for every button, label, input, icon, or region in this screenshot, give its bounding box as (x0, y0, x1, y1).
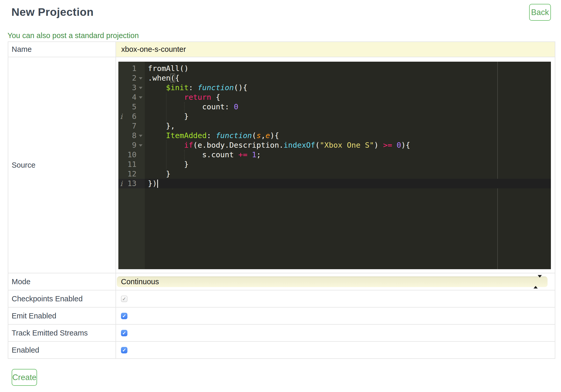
chevron-down-icon (538, 275, 542, 286)
mode-selected-value: Continuous (121, 277, 159, 286)
line-number: 10 (127, 150, 136, 159)
emit-enabled-checkbox[interactable]: ✓ (121, 313, 127, 319)
line-number: 13 (127, 179, 136, 188)
line-number: 11 (127, 160, 136, 169)
line-number: 7 (132, 122, 136, 130)
emit-value-cell: ✓ (116, 308, 555, 324)
checkpoints-label: Checkpoints Enabled (8, 290, 116, 307)
line-number: 9 (132, 141, 136, 149)
gutter-line-10: 10 (118, 150, 145, 160)
line-number: 12 (127, 169, 136, 178)
info-annotation-icon: i (120, 112, 123, 121)
gutter-line-1: 1 (118, 64, 145, 73)
fold-arrow-icon[interactable] (139, 77, 142, 80)
select-stepper-icon (534, 277, 542, 286)
gutter-line-3: 3 (118, 83, 145, 92)
track-label: Track Emitted Streams (8, 325, 116, 341)
mode-label: Mode (8, 273, 116, 290)
mode-select[interactable]: Continuous (117, 276, 548, 287)
enabled-label: Enabled (8, 342, 116, 358)
track-emitted-streams-checkbox[interactable]: ✓ (121, 330, 127, 336)
back-button[interactable]: Back (529, 4, 551, 21)
code-line-9: if(e.body.Description.indexOf("Xbox One … (145, 140, 551, 150)
code-line-7: }, (145, 121, 551, 131)
fold-arrow-icon[interactable] (139, 87, 142, 89)
code-line-12: } (145, 169, 551, 179)
enabled-row: Enabled ✓ (8, 341, 555, 358)
emit-row: Emit Enabled ✓ (8, 307, 555, 324)
line-number: 6 (132, 112, 136, 121)
code-line-11: } (145, 160, 551, 169)
source-code-editor[interactable]: 12345i6789101112i13 fromAll().when({ $in… (118, 62, 551, 269)
code-line-6: } (145, 112, 551, 121)
name-row: Name xbox-one-s-counter (8, 42, 555, 57)
mode-value-cell: Continuous (116, 273, 555, 290)
source-label: Source (8, 57, 116, 273)
name-value-cell: xbox-one-s-counter (116, 42, 555, 57)
gutter-line-5: 5 (118, 102, 145, 112)
chevron-up-icon (534, 277, 538, 288)
enabled-checkbox[interactable]: ✓ (121, 347, 127, 353)
checkpoints-checkbox: ✓ (121, 296, 127, 302)
gutter-line-8: 8 (118, 131, 145, 140)
gutter-line-4: 4 (118, 92, 145, 102)
projection-name-input[interactable]: xbox-one-s-counter (116, 42, 555, 57)
code-line-1: fromAll() (145, 64, 551, 73)
line-number: 4 (132, 93, 136, 102)
line-number: 8 (132, 131, 136, 140)
code-line-13: }) (145, 179, 551, 188)
name-label: Name (8, 42, 116, 57)
gutter-line-2: 2 (118, 73, 145, 83)
source-value-cell: 12345i6789101112i13 fromAll().when({ $in… (116, 57, 555, 273)
checkpoints-row: Checkpoints Enabled ✓ (8, 290, 555, 307)
code-line-8: ItemAdded: function(s,e){ (145, 131, 551, 140)
code-line-10: s.count += 1; (145, 150, 551, 160)
source-row: Source 12345i6789101112i13 fromAll().whe… (8, 57, 555, 273)
gutter-line-12: 12 (118, 169, 145, 179)
gutter-line-6: i6 (118, 112, 145, 121)
info-annotation-icon: i (120, 179, 123, 188)
standard-projection-link[interactable]: You can also post a standard projection (8, 31, 139, 40)
fold-arrow-icon[interactable] (139, 96, 142, 99)
track-value-cell: ✓ (116, 325, 555, 341)
gutter-line-11: 11 (118, 160, 145, 169)
line-number: 5 (132, 102, 136, 111)
text-cursor (157, 180, 158, 188)
line-number: 1 (132, 64, 136, 73)
line-number: 3 (132, 83, 136, 92)
code-line-4: return { (145, 92, 551, 102)
editor-gutter: 12345i6789101112i13 (118, 62, 145, 269)
gutter-line-9: 9 (118, 140, 145, 150)
checkpoints-value-cell: ✓ (116, 290, 555, 307)
new-projection-form: Name xbox-one-s-counter Source 12345i678… (8, 41, 555, 359)
gutter-line-13: i13 (118, 179, 145, 188)
track-row: Track Emitted Streams ✓ (8, 324, 555, 341)
page-title: New Projection (11, 6, 94, 18)
code-line-3: $init: function(){ (145, 83, 551, 92)
fold-arrow-icon[interactable] (139, 144, 142, 147)
enabled-value-cell: ✓ (116, 342, 555, 358)
code-line-2: .when({ (145, 73, 551, 83)
fold-arrow-icon[interactable] (139, 135, 142, 137)
gutter-line-7: 7 (118, 121, 145, 131)
emit-label: Emit Enabled (8, 308, 116, 324)
editor-code-lines[interactable]: fromAll().when({ $init: function(){ retu… (145, 62, 551, 269)
mode-row: Mode Continuous (8, 273, 555, 290)
create-button[interactable]: Create (12, 369, 37, 386)
line-number: 2 (132, 74, 136, 82)
code-line-5: count: 0 (145, 102, 551, 112)
